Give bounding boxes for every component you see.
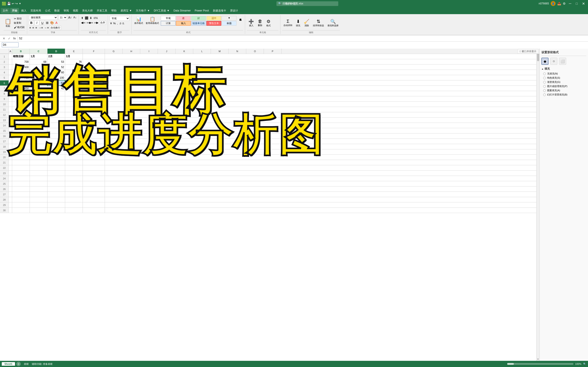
delete-cell-button[interactable]: 🗑 删除 [256,18,264,28]
name-box[interactable] [2,42,18,47]
cell-d2[interactable]: 53 [48,59,65,64]
fill-section-header[interactable]: ▲ 填充 [541,67,586,71]
cell-rest-7[interactable] [105,86,539,91]
col-header-i[interactable]: I [140,49,158,54]
cell-c5[interactable]: 80 [30,75,48,80]
cell-e4[interactable]: 42 [65,70,83,75]
col-header-a[interactable]: A [9,49,12,54]
cell-a5[interactable] [9,75,12,80]
cell-a6[interactable] [9,80,12,85]
menu-item-home[interactable]: 开始 [10,8,19,14]
cell-e1[interactable]: 3月 [65,54,83,59]
decimal-increase-icon[interactable]: .0 [119,22,122,25]
autosum-button[interactable]: Σ 自动求和 [282,18,294,27]
fill-option-pattern[interactable]: 图案填充(A) [543,89,586,92]
font-increase-icon[interactable]: A↑ [68,16,72,19]
font-size-select[interactable]: 11 [58,15,67,20]
h-scroll-thumb[interactable] [507,363,514,365]
cell-e2[interactable]: 76 [65,59,83,64]
quick-undo-icon[interactable]: ↩ [12,2,14,5]
align-left2-icon[interactable]: ◀═ [81,21,86,25]
style-more[interactable]: ▼ [222,16,237,21]
cell-b1[interactable]: 销售目标 [12,54,30,59]
minimize-button[interactable]: ─ [567,1,572,6]
style-normal[interactable]: 常规 [161,16,176,21]
cell-f4[interactable] [83,70,105,75]
shape-icon-other[interactable]: ⬜ [559,58,566,65]
style-bad[interactable]: 差 [176,16,191,21]
fill-option-slide[interactable]: 幻灯片背景填充(B) [543,93,586,96]
cell-a7[interactable] [9,86,12,91]
copy-button[interactable]: ⧉复制 [13,21,25,25]
scroll-down-arrow[interactable]: ▼ [537,358,539,360]
settings-icon[interactable]: ⚙ [563,2,566,5]
border-icon[interactable]: ⊞ [46,21,49,25]
share-icon[interactable]: 📤 [557,2,561,5]
col-header-n[interactable]: N [229,49,246,54]
menu-item-developer[interactable]: 开发工具 [95,8,109,14]
align-right2-icon[interactable]: ═▶ [94,21,99,25]
fill-handle[interactable] [64,85,65,86]
col-header-k[interactable]: K [176,49,193,54]
decimal-decrease-icon[interactable]: 0. [122,22,125,25]
quick-save-icon[interactable]: 💾 [7,2,11,5]
menu-item-beautify[interactable]: 美化大师 [80,8,95,14]
col-header-e[interactable]: E [65,49,83,54]
style-linked[interactable]: 链接单元格 [191,21,206,26]
cell-b2[interactable]: 700 [12,59,30,64]
cell-f1[interactable] [83,54,105,59]
menu-item-fangfang[interactable]: 方方格子 ▼ [134,8,151,14]
cell-rest-5[interactable] [105,75,539,80]
col-header-j[interactable]: J [158,49,176,54]
maximize-button[interactable]: □ [574,2,579,5]
col-header-b[interactable]: B [12,49,30,54]
cancel-formula-icon[interactable]: ✕ [2,37,6,40]
cell-a8[interactable] [9,91,12,96]
comma-icon[interactable]: , [117,21,118,25]
menu-item-datastreamer[interactable]: Data Streamer [172,8,193,13]
cell-rest-8[interactable] [105,91,539,96]
italic-button[interactable]: I [34,20,39,25]
cell-f6[interactable]: 7 [83,80,105,85]
cell-f5[interactable]: 8 [83,75,105,80]
format-as-table-button[interactable]: 📋 套用表格格式 [145,16,160,25]
close-button[interactable]: ✕ [581,1,586,6]
style-calculation[interactable]: 计算 [161,21,176,26]
decrease-indent-icon[interactable]: ←≡ [44,26,49,29]
fill-button[interactable]: ⬇ 填充 [294,18,302,28]
insert-cell-button[interactable]: ➕ 插入 [247,18,255,28]
menu-item-powerpivot[interactable]: Power Pivot [193,8,211,13]
fill-option-none[interactable]: 无填充(N) [543,72,586,75]
cell-b3[interactable]: 500 [12,65,30,70]
cell-rest-4[interactable] [105,70,539,75]
quick-redo-icon[interactable]: ↪ [15,2,18,5]
cell-c2[interactable]: 68 [30,59,48,64]
cell-c1[interactable]: 1月 [30,54,48,59]
menu-item-review[interactable]: 审阅 [62,8,71,14]
bottom-align-icon[interactable]: ⬇ [89,16,92,20]
cell-styles-button[interactable]: 单元格样式 [237,16,243,30]
col-header-l[interactable]: L [193,49,211,54]
cell-rest-2[interactable] [105,59,539,64]
paste-button[interactable]: 📋 粘贴 [4,18,12,28]
fill-option-solid[interactable]: 纯色填充(S) [543,76,586,80]
col-header-m[interactable]: M [211,49,229,54]
scrollbar-vertical[interactable]: ▲ ▼ [536,49,539,361]
align-center2-icon[interactable]: ═◆═ [86,21,93,25]
style-input[interactable]: 输入 [176,21,191,26]
horizontal-scrollbar[interactable] [507,363,573,365]
find-select-button[interactable]: 🔍 查找和选择 [326,18,340,28]
col-header-f[interactable]: F [83,49,105,54]
cell-d3[interactable]: 52 [48,65,65,70]
insert-function-icon[interactable]: fx [12,37,17,40]
cell-b7[interactable]: 450 [12,86,30,91]
menu-item-view[interactable]: 视图 [71,8,80,14]
merge-button[interactable]: 合并 [99,21,106,25]
shape-icon-selected[interactable]: ◆ [541,58,548,65]
auto-wrap-button[interactable]: 自动换行 [50,26,61,30]
align-center-icon[interactable]: ≡ [32,26,35,29]
confirm-formula-icon[interactable]: ✓ [7,37,11,40]
cell-b5[interactable]: 700 [12,75,30,80]
font-color-icon[interactable]: A [55,21,58,25]
cell-a4[interactable] [9,70,12,75]
